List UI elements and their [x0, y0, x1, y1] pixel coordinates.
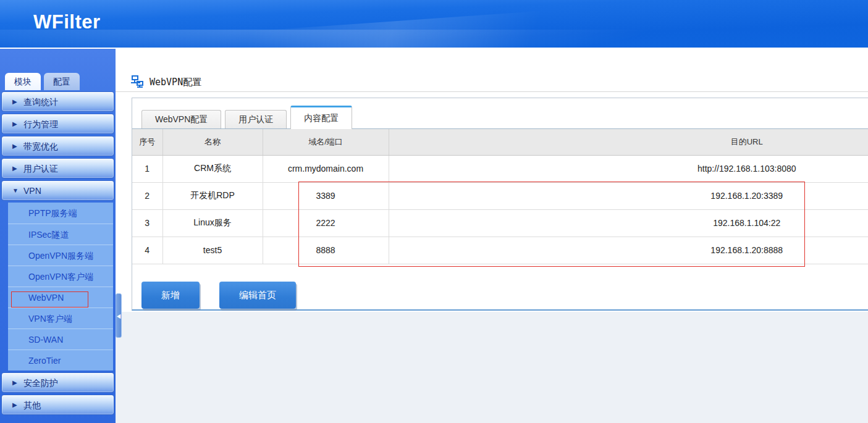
- sidebar-item-bandwidth-opt[interactable]: ▶ 带宽优化: [1, 136, 114, 156]
- sidebar-item-label: 行为管理: [23, 119, 58, 129]
- sidebar-item-vpn[interactable]: ▼ VPN: [1, 180, 114, 201]
- table-cell-dest-url: 192.168.1.104:22: [389, 209, 868, 237]
- table-row: 3 Linux服务 2222 192.168.1.104:22: [132, 209, 868, 237]
- sidebar-item-label: 查询统计: [23, 97, 58, 107]
- sidebar-item-label: 安全防护: [23, 378, 58, 388]
- sidebar: 模块 配置 ▶ 查询统计 ▶ 行为管理 ▶ 带宽优化 ▶ 用户认证 ▼ VPN: [0, 49, 116, 423]
- chevron-left-icon: ◀: [117, 312, 120, 319]
- page-title: WebVPN配置: [150, 77, 201, 88]
- column-header-index: 序号: [132, 129, 162, 155]
- triangle-right-icon: ▶: [12, 114, 17, 134]
- table-cell-index: 4: [132, 237, 162, 264]
- tab-content-config[interactable]: 内容配置: [290, 106, 352, 129]
- content-panel: WebVPN配置 用户认证 内容配置 序号 名称 域名/端口 目的URL 1 C…: [132, 98, 868, 311]
- sidebar-item-zerotier[interactable]: ZeroTier: [8, 350, 113, 371]
- table-cell-domain-port: crm.mydomain.com: [263, 155, 389, 182]
- tab-user-auth[interactable]: 用户认证: [225, 110, 287, 128]
- sidebar-item-pptp-server[interactable]: PPTP服务端: [8, 203, 113, 224]
- column-header-dest-url: 目的URL: [389, 129, 868, 155]
- table-cell-name: test5: [162, 237, 263, 264]
- vpn-submenu: PPTP服务端 IPSec隧道 OpenVPN服务端 OpenVPN客户端 We…: [8, 203, 113, 371]
- column-header-domain-port: 域名/端口: [263, 129, 389, 155]
- app-window: WFilter 模块 配置 ▶ 查询统计 ▶ 行为管理 ▶ 带宽优化 ▶ 用户认…: [0, 0, 868, 423]
- table-cell-dest-url: 192.168.1.20:8888: [389, 237, 868, 264]
- sidebar-item-security[interactable]: ▶ 安全防护: [1, 372, 114, 393]
- table-cell-domain-port: 8888: [263, 237, 389, 264]
- sidebar-tab-config[interactable]: 配置: [44, 73, 80, 90]
- wfilter-logo: WFilter: [33, 11, 101, 33]
- table-header-row: 序号 名称 域名/端口 目的URL: [132, 129, 868, 155]
- triangle-right-icon: ▶: [12, 136, 17, 156]
- sidebar-collapse-handle[interactable]: ◀: [116, 293, 122, 338]
- sidebar-item-openvpn-client[interactable]: OpenVPN客户端: [8, 266, 113, 287]
- sidebar-item-user-auth[interactable]: ▶ 用户认证: [1, 158, 114, 178]
- sidebar-item-behavior-mgmt[interactable]: ▶ 行为管理: [1, 114, 114, 134]
- table-cell-dest-url: http://192.168.1.103:8080: [389, 155, 868, 182]
- sitemap-icon: [130, 75, 143, 88]
- sidebar-tab-bar: 模块 配置: [5, 73, 80, 90]
- triangle-right-icon: ▶: [12, 395, 17, 415]
- sidebar-item-label: 其他: [23, 400, 41, 410]
- top-header: WFilter: [0, 0, 868, 48]
- add-button[interactable]: 新增: [141, 282, 200, 309]
- table-row: 2 开发机RDP 3389 192.168.1.20:3389: [132, 182, 868, 209]
- triangle-right-icon: ▶: [12, 92, 17, 112]
- table-cell-domain-port: 2222: [263, 209, 389, 237]
- sidebar-item-webvpn[interactable]: WebVPN: [8, 287, 113, 308]
- webvpn-content-table: 序号 名称 域名/端口 目的URL 1 CRM系统 crm.mydomain.c…: [132, 129, 868, 264]
- table-cell-index: 3: [132, 209, 162, 237]
- table-cell-domain-port: 3389: [263, 182, 389, 209]
- sidebar-item-sdwan[interactable]: SD-WAN: [8, 329, 113, 350]
- column-header-name: 名称: [162, 129, 263, 155]
- title-divider: [116, 91, 868, 92]
- sidebar-item-label: 用户认证: [23, 164, 58, 174]
- sidebar-tab-modules[interactable]: 模块: [5, 73, 41, 90]
- triangle-right-icon: ▶: [12, 159, 17, 178]
- sidebar-item-openvpn-server[interactable]: OpenVPN服务端: [8, 245, 113, 266]
- table-cell-name: 开发机RDP: [162, 182, 263, 209]
- triangle-right-icon: ▶: [12, 373, 17, 393]
- tab-webvpn-config[interactable]: WebVPN配置: [141, 110, 221, 128]
- sidebar-item-label: VPN: [23, 186, 41, 196]
- table-cell-dest-url: 192.168.1.20:3389: [389, 182, 868, 209]
- table-cell-name: Linux服务: [162, 209, 263, 237]
- sidebar-nav: ▶ 查询统计 ▶ 行为管理 ▶ 带宽优化 ▶ 用户认证 ▼ VPN PPTP服务…: [0, 91, 116, 417]
- table-cell-index: 2: [132, 182, 162, 209]
- table-row: 4 test5 8888 192.168.1.20:8888: [132, 237, 868, 264]
- sidebar-item-ipsec-tunnel[interactable]: IPSec隧道: [8, 224, 113, 245]
- sidebar-item-others[interactable]: ▶ 其他: [1, 395, 114, 415]
- triangle-down-icon: ▼: [12, 181, 19, 201]
- sidebar-item-query-stats[interactable]: ▶ 查询统计: [1, 91, 114, 112]
- edit-homepage-button[interactable]: 编辑首页: [219, 282, 296, 309]
- sidebar-item-label: 带宽优化: [23, 141, 58, 151]
- content-background: [116, 312, 868, 423]
- table-cell-index: 1: [132, 155, 162, 182]
- table-cell-name: CRM系统: [162, 155, 263, 182]
- content-tab-bar: WebVPN配置 用户认证 内容配置: [132, 98, 868, 129]
- table-row: 1 CRM系统 crm.mydomain.com http://192.168.…: [132, 155, 868, 182]
- sidebar-item-vpn-client[interactable]: VPN客户端: [8, 308, 113, 329]
